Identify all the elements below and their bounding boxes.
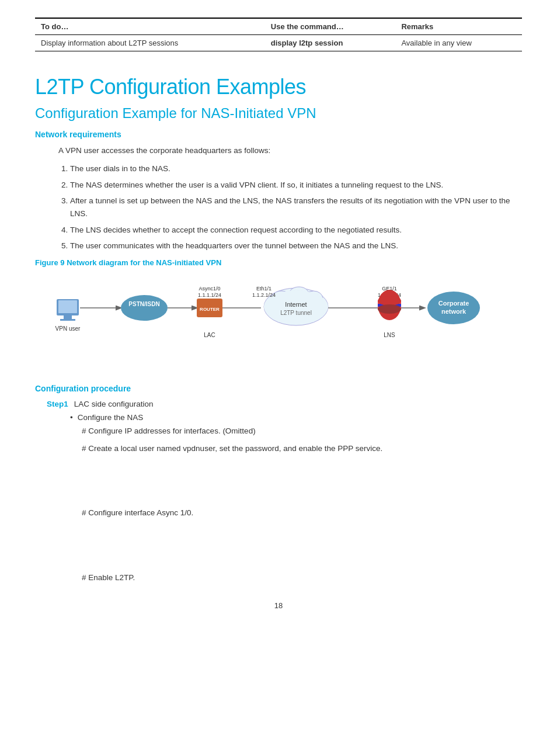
network-steps-list: The user dials in to the NAS. The NAS de… bbox=[70, 162, 522, 252]
svg-text:network: network bbox=[441, 308, 467, 315]
section-title: Configuration Example for NAS-Initiated … bbox=[35, 105, 522, 122]
internet-label: Internet bbox=[285, 301, 307, 308]
config-proc-heading: Configuration procedure bbox=[35, 384, 522, 393]
step1-text: LAC side configuration bbox=[74, 400, 154, 408]
svg-rect-0 bbox=[64, 315, 72, 319]
command-table: To do… Use the command… Remarks Display … bbox=[35, 18, 522, 51]
async-ip: 1.1.1.1/24 bbox=[198, 292, 221, 298]
comment4: # Enable L2TP. bbox=[82, 572, 522, 584]
row1-command: display l2tp session bbox=[265, 35, 396, 51]
col-todo: To do… bbox=[35, 18, 265, 35]
lac-label: LAC bbox=[204, 332, 215, 338]
network-req-heading: Network requirements bbox=[35, 130, 522, 139]
lns-label: LNS bbox=[384, 332, 395, 338]
diagram-svg: VPN user PSTN/ISDN ROUTER Async1/0 1.1.1… bbox=[51, 273, 506, 366]
list-item: The LNS decides whether to accept the co… bbox=[70, 224, 522, 237]
svg-rect-2 bbox=[58, 300, 77, 313]
svg-rect-1 bbox=[60, 319, 75, 321]
comment2: # Create a local user named vpdnuser, se… bbox=[82, 443, 522, 455]
row1-todo: Display information about L2TP sessions bbox=[35, 35, 265, 51]
network-diagram: VPN user PSTN/ISDN ROUTER Async1/0 1.1.1… bbox=[35, 273, 522, 366]
comment1: # Configure IP addresses for interfaces.… bbox=[82, 425, 522, 437]
l2tp-tunnel-label: L2TP tunnel bbox=[280, 310, 312, 316]
page-number: 18 bbox=[35, 601, 522, 610]
async-label: Async1/0 bbox=[199, 286, 220, 292]
list-item: The user dials in to the NAS. bbox=[70, 162, 522, 175]
col-remarks: Remarks bbox=[395, 18, 522, 35]
svg-point-21 bbox=[378, 296, 401, 306]
list-item: The user communicates with the headquart… bbox=[70, 240, 522, 252]
eth-label: Eth1/1 bbox=[256, 286, 271, 292]
svg-point-4 bbox=[121, 295, 168, 321]
intro-text: A VPN user accesses the corporate headqu… bbox=[58, 145, 522, 157]
step1-label: Step1 bbox=[47, 400, 68, 408]
figure-caption: Figure 9 Network diagram for the NAS-ini… bbox=[35, 258, 522, 267]
list-item: The NAS determines whether the user is a… bbox=[70, 179, 522, 192]
svg-text:ROUTER: ROUTER bbox=[200, 307, 220, 312]
list-item: After a tunnel is set up between the NAS… bbox=[70, 195, 522, 220]
comment3: # Configure interface Async 1/0. bbox=[82, 507, 522, 519]
corporate-label: Corporate bbox=[438, 300, 469, 307]
vpn-user-label: VPN user bbox=[55, 325, 81, 332]
page-title: L2TP Configuration Examples bbox=[35, 75, 522, 99]
svg-text:PSTN/ISDN: PSTN/ISDN bbox=[128, 301, 159, 307]
col-command: Use the command… bbox=[265, 18, 396, 35]
eth-ip: 1.1.2.1/24 bbox=[252, 292, 276, 298]
row1-remarks: Available in any view bbox=[395, 35, 522, 51]
svg-point-22 bbox=[378, 304, 401, 314]
bullet1: Configure the NAS bbox=[70, 413, 522, 422]
